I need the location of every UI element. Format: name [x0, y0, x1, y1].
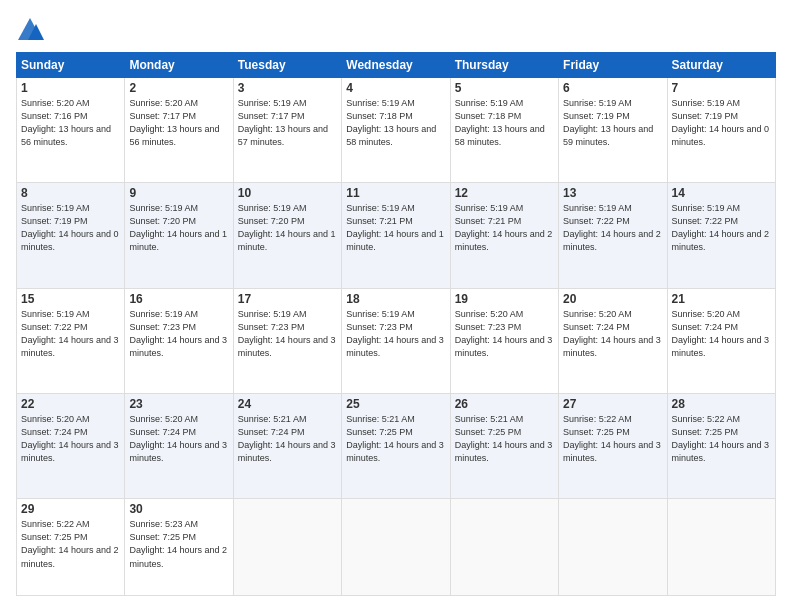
day-number: 29 [21, 502, 120, 516]
day-info: Sunrise: 5:21 AMSunset: 7:24 PMDaylight:… [238, 414, 336, 463]
day-info: Sunrise: 5:21 AMSunset: 7:25 PMDaylight:… [455, 414, 553, 463]
day-number: 9 [129, 186, 228, 200]
day-info: Sunrise: 5:22 AMSunset: 7:25 PMDaylight:… [672, 414, 770, 463]
calendar-day-cell [667, 499, 775, 596]
day-number: 6 [563, 81, 662, 95]
day-number: 4 [346, 81, 445, 95]
day-number: 23 [129, 397, 228, 411]
calendar-day-cell: 8 Sunrise: 5:19 AMSunset: 7:19 PMDayligh… [17, 183, 125, 288]
calendar-day-cell: 24 Sunrise: 5:21 AMSunset: 7:24 PMDaylig… [233, 394, 341, 499]
day-info: Sunrise: 5:20 AMSunset: 7:24 PMDaylight:… [672, 309, 770, 358]
day-number: 16 [129, 292, 228, 306]
day-number: 2 [129, 81, 228, 95]
calendar-day-cell: 27 Sunrise: 5:22 AMSunset: 7:25 PMDaylig… [559, 394, 667, 499]
day-info: Sunrise: 5:19 AMSunset: 7:22 PMDaylight:… [21, 309, 119, 358]
calendar-day-cell: 21 Sunrise: 5:20 AMSunset: 7:24 PMDaylig… [667, 288, 775, 393]
weekday-header: Friday [559, 53, 667, 78]
calendar-day-cell: 19 Sunrise: 5:20 AMSunset: 7:23 PMDaylig… [450, 288, 558, 393]
calendar-day-cell: 12 Sunrise: 5:19 AMSunset: 7:21 PMDaylig… [450, 183, 558, 288]
logo-icon [16, 16, 44, 44]
calendar-day-cell: 2 Sunrise: 5:20 AMSunset: 7:17 PMDayligh… [125, 78, 233, 183]
weekday-header: Monday [125, 53, 233, 78]
calendar-day-cell: 3 Sunrise: 5:19 AMSunset: 7:17 PMDayligh… [233, 78, 341, 183]
day-number: 14 [672, 186, 771, 200]
weekday-header: Thursday [450, 53, 558, 78]
day-info: Sunrise: 5:19 AMSunset: 7:18 PMDaylight:… [346, 98, 436, 147]
day-number: 7 [672, 81, 771, 95]
day-number: 18 [346, 292, 445, 306]
calendar-day-cell: 14 Sunrise: 5:19 AMSunset: 7:22 PMDaylig… [667, 183, 775, 288]
calendar-week-row: 22 Sunrise: 5:20 AMSunset: 7:24 PMDaylig… [17, 394, 776, 499]
calendar-day-cell: 15 Sunrise: 5:19 AMSunset: 7:22 PMDaylig… [17, 288, 125, 393]
calendar-week-row: 29 Sunrise: 5:22 AMSunset: 7:25 PMDaylig… [17, 499, 776, 596]
calendar-day-cell: 4 Sunrise: 5:19 AMSunset: 7:18 PMDayligh… [342, 78, 450, 183]
calendar-day-cell [559, 499, 667, 596]
weekday-header: Saturday [667, 53, 775, 78]
day-number: 8 [21, 186, 120, 200]
page: SundayMondayTuesdayWednesdayThursdayFrid… [0, 0, 792, 612]
calendar-day-cell: 29 Sunrise: 5:22 AMSunset: 7:25 PMDaylig… [17, 499, 125, 596]
day-info: Sunrise: 5:20 AMSunset: 7:16 PMDaylight:… [21, 98, 111, 147]
weekday-header: Wednesday [342, 53, 450, 78]
day-info: Sunrise: 5:19 AMSunset: 7:23 PMDaylight:… [238, 309, 336, 358]
day-info: Sunrise: 5:19 AMSunset: 7:21 PMDaylight:… [455, 203, 553, 252]
day-info: Sunrise: 5:20 AMSunset: 7:24 PMDaylight:… [129, 414, 227, 463]
calendar-week-row: 1 Sunrise: 5:20 AMSunset: 7:16 PMDayligh… [17, 78, 776, 183]
day-info: Sunrise: 5:19 AMSunset: 7:23 PMDaylight:… [346, 309, 444, 358]
calendar-day-cell: 5 Sunrise: 5:19 AMSunset: 7:18 PMDayligh… [450, 78, 558, 183]
calendar-day-cell: 26 Sunrise: 5:21 AMSunset: 7:25 PMDaylig… [450, 394, 558, 499]
day-number: 25 [346, 397, 445, 411]
day-number: 17 [238, 292, 337, 306]
day-info: Sunrise: 5:23 AMSunset: 7:25 PMDaylight:… [129, 519, 227, 568]
day-number: 12 [455, 186, 554, 200]
day-number: 26 [455, 397, 554, 411]
calendar-table: SundayMondayTuesdayWednesdayThursdayFrid… [16, 52, 776, 596]
day-info: Sunrise: 5:19 AMSunset: 7:20 PMDaylight:… [129, 203, 227, 252]
day-number: 21 [672, 292, 771, 306]
day-info: Sunrise: 5:19 AMSunset: 7:22 PMDaylight:… [563, 203, 661, 252]
day-number: 5 [455, 81, 554, 95]
day-info: Sunrise: 5:20 AMSunset: 7:24 PMDaylight:… [563, 309, 661, 358]
day-info: Sunrise: 5:19 AMSunset: 7:23 PMDaylight:… [129, 309, 227, 358]
calendar-day-cell: 28 Sunrise: 5:22 AMSunset: 7:25 PMDaylig… [667, 394, 775, 499]
day-number: 11 [346, 186, 445, 200]
calendar-day-cell: 1 Sunrise: 5:20 AMSunset: 7:16 PMDayligh… [17, 78, 125, 183]
day-info: Sunrise: 5:19 AMSunset: 7:21 PMDaylight:… [346, 203, 444, 252]
day-number: 30 [129, 502, 228, 516]
calendar-day-cell [342, 499, 450, 596]
calendar-day-cell: 17 Sunrise: 5:19 AMSunset: 7:23 PMDaylig… [233, 288, 341, 393]
day-info: Sunrise: 5:19 AMSunset: 7:18 PMDaylight:… [455, 98, 545, 147]
calendar-day-cell: 11 Sunrise: 5:19 AMSunset: 7:21 PMDaylig… [342, 183, 450, 288]
calendar-day-cell: 30 Sunrise: 5:23 AMSunset: 7:25 PMDaylig… [125, 499, 233, 596]
day-number: 15 [21, 292, 120, 306]
day-info: Sunrise: 5:20 AMSunset: 7:23 PMDaylight:… [455, 309, 553, 358]
day-info: Sunrise: 5:21 AMSunset: 7:25 PMDaylight:… [346, 414, 444, 463]
day-info: Sunrise: 5:20 AMSunset: 7:24 PMDaylight:… [21, 414, 119, 463]
day-number: 22 [21, 397, 120, 411]
day-info: Sunrise: 5:19 AMSunset: 7:19 PMDaylight:… [563, 98, 653, 147]
day-number: 1 [21, 81, 120, 95]
day-info: Sunrise: 5:19 AMSunset: 7:22 PMDaylight:… [672, 203, 770, 252]
calendar-day-cell: 13 Sunrise: 5:19 AMSunset: 7:22 PMDaylig… [559, 183, 667, 288]
calendar-week-row: 8 Sunrise: 5:19 AMSunset: 7:19 PMDayligh… [17, 183, 776, 288]
weekday-header-row: SundayMondayTuesdayWednesdayThursdayFrid… [17, 53, 776, 78]
weekday-header: Tuesday [233, 53, 341, 78]
day-number: 13 [563, 186, 662, 200]
calendar-day-cell [450, 499, 558, 596]
day-info: Sunrise: 5:19 AMSunset: 7:19 PMDaylight:… [21, 203, 119, 252]
day-info: Sunrise: 5:20 AMSunset: 7:17 PMDaylight:… [129, 98, 219, 147]
calendar-day-cell: 18 Sunrise: 5:19 AMSunset: 7:23 PMDaylig… [342, 288, 450, 393]
weekday-header: Sunday [17, 53, 125, 78]
calendar-day-cell: 10 Sunrise: 5:19 AMSunset: 7:20 PMDaylig… [233, 183, 341, 288]
calendar-day-cell [233, 499, 341, 596]
day-number: 3 [238, 81, 337, 95]
calendar-day-cell: 16 Sunrise: 5:19 AMSunset: 7:23 PMDaylig… [125, 288, 233, 393]
day-number: 28 [672, 397, 771, 411]
calendar-week-row: 15 Sunrise: 5:19 AMSunset: 7:22 PMDaylig… [17, 288, 776, 393]
calendar-day-cell: 20 Sunrise: 5:20 AMSunset: 7:24 PMDaylig… [559, 288, 667, 393]
day-info: Sunrise: 5:19 AMSunset: 7:17 PMDaylight:… [238, 98, 328, 147]
day-info: Sunrise: 5:22 AMSunset: 7:25 PMDaylight:… [21, 519, 119, 568]
calendar-day-cell: 9 Sunrise: 5:19 AMSunset: 7:20 PMDayligh… [125, 183, 233, 288]
day-info: Sunrise: 5:19 AMSunset: 7:20 PMDaylight:… [238, 203, 336, 252]
calendar-day-cell: 7 Sunrise: 5:19 AMSunset: 7:19 PMDayligh… [667, 78, 775, 183]
